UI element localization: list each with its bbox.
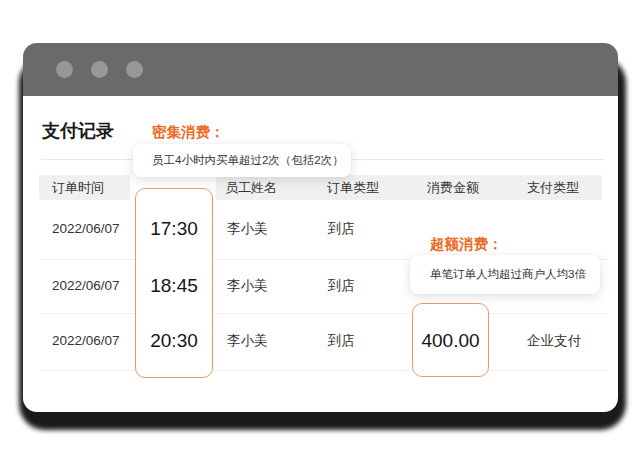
page-title: 支付记录 (42, 120, 114, 142)
table-row-cell-order-type: 到店 (328, 276, 355, 296)
table-row-cell-time: 18:45 (135, 274, 213, 298)
table-row-cell-pay-type: 企业支付 (527, 331, 581, 351)
column-header-order-type: 订单类型 (327, 175, 379, 200)
excess-consumption-title: 超额消费： (430, 235, 503, 253)
table-row-cell-date: 2022/06/07 (52, 219, 120, 239)
column-header-amount: 消费金额 (427, 175, 479, 200)
table-row-cell-amount: 400.00 (412, 329, 489, 353)
column-header-order-time: 订单时间 (52, 175, 104, 200)
window-control-dot[interactable] (91, 61, 108, 78)
table-row-cell-date: 2022/06/07 (52, 331, 120, 351)
table-row-cell-date: 2022/06/07 (52, 276, 120, 296)
browser-window: 支付记录 订单时间 员工姓名 订单类型 消费金额 支付类型 2022/06/07… (23, 43, 618, 412)
excess-consumption-card: 单笔订单人均超过商户人均3倍 (410, 255, 600, 294)
window-titlebar (23, 43, 618, 96)
table-row-cell-name: 李小美 (227, 331, 268, 351)
dense-consumption-body: 员工4小时内买单超过2次（包括2次） (152, 153, 344, 168)
column-header-pay-type: 支付类型 (527, 175, 579, 200)
window-control-dot[interactable] (126, 61, 143, 78)
table-row-cell-name: 李小美 (227, 219, 268, 239)
window-control-dot[interactable] (56, 61, 73, 78)
dense-consumption-title: 密集消费： (152, 123, 225, 141)
table-row-cell-time: 20:30 (135, 329, 213, 353)
excess-consumption-body: 单笔订单人均超过商户人均3倍 (430, 267, 586, 282)
row-separator (40, 313, 607, 314)
table-row-cell-order-type: 到店 (328, 219, 355, 239)
table-header-band (39, 175, 602, 200)
table-row-cell-order-type: 到店 (328, 331, 355, 351)
row-separator (40, 370, 607, 371)
illustration-canvas: 支付记录 订单时间 员工姓名 订单类型 消费金额 支付类型 2022/06/07… (0, 0, 640, 455)
table-row-cell-time: 17:30 (135, 217, 213, 241)
dense-consumption-card: 员工4小时内买单超过2次（包括2次） (133, 144, 351, 177)
table-row-cell-name: 李小美 (227, 276, 268, 296)
column-header-employee: 员工姓名 (225, 175, 277, 200)
